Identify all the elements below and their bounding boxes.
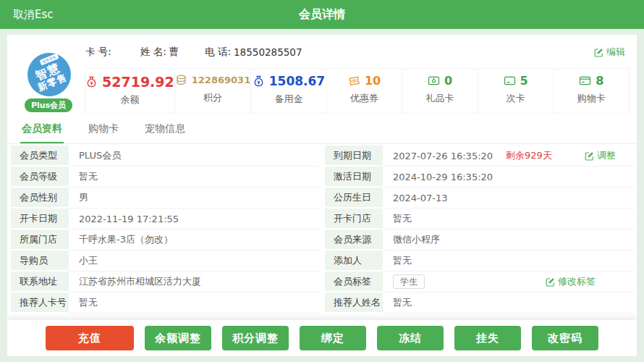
profile-row: 添加人暂无 [325,251,633,272]
balance-adjust-button[interactable]: 余额调整 [145,326,211,350]
stat-label: 礼品卡 [402,92,478,105]
page-title: 会员详情 [0,7,644,22]
profile-value-text: 暂无 [393,296,412,309]
tab-pet-info[interactable]: 宠物信息 [143,119,187,143]
cancel-button[interactable]: 取消Esc [13,8,54,22]
profile-row-value: 暂无 [383,251,633,272]
profile-value-text: 暂无 [79,296,98,309]
profile-row-label: 会员标签 [325,272,383,292]
shopping-card-icon [579,75,591,87]
profile-row: 开卡门店暂无 [325,209,633,230]
profile-row-label: 公历生日 [325,188,383,209]
stat-value-row: 52719.92 [85,74,174,90]
stat-gift-cards: 0礼品卡 [402,68,478,114]
coins-icon [175,74,187,86]
stat-value: 52719.92 [102,74,174,90]
profile-row: 会员类型PLUS会员 [11,146,319,167]
profile-row-value: 微信小程序 [383,230,633,251]
profile-row-label: 开卡门店 [325,209,383,230]
profile-row-label: 添加人 [325,251,383,272]
top-bar: 取消Esc 会员详情 [0,0,644,29]
profile-value-text: 暂无 [79,170,98,183]
points-adjust-button[interactable]: 积分调整 [222,326,289,350]
profile-row-value: 2024-10-29 16:35:20 [383,167,633,188]
edit-tags-link[interactable]: 修改标签 [546,275,596,288]
bind-button[interactable]: 绑定 [300,326,366,350]
profile-row-label: 所属门店 [11,230,69,251]
stat-label: 购物卡 [554,92,629,105]
profile-row: 所属门店千呼水果-3店（勿改） [11,230,319,251]
profile-value-text: 暂无 [393,212,412,225]
profile-row-value: 江苏省苏州市相城区活力大厦 [69,272,319,292]
logo-column: 智慧零售 智慧 新零售 Plus会员 [7,35,85,112]
link-label: 修改标签 [558,275,596,288]
profile-row: 推荐人卡号暂无 [11,292,319,313]
stat-value-row: 1508.67 [253,74,325,88]
profile-row: 公历生日2024-07-13 [325,188,633,209]
card-number-label: 卡 号: [85,46,111,59]
profile-row-label: 会员类型 [11,146,69,167]
action-button-bar: 充值余额调整积分调整绑定冻结挂失改密码 [7,320,637,356]
profile-left-column: 会员类型PLUS会员会员等级暂无会员性别男开卡日期2022-11-19 17:2… [11,146,319,313]
profile-row-value: 千呼水果-3店（勿改） [69,230,319,251]
report-loss-button[interactable]: 挂失 [454,326,521,350]
store-logo: 智慧零售 智慧 新零售 [27,53,71,96]
tab-shopping-card[interactable]: 购物卡 [87,119,120,143]
stat-value: 0 [444,74,452,88]
phone-label: 电 话: [205,46,231,59]
adjust-expiry-link[interactable]: 调整 [585,149,616,162]
change-password-button[interactable]: 改密码 [532,326,598,350]
stat-label: 积分 [175,91,250,104]
profile-value-text: 暂无 [393,254,412,267]
name-group: 姓 名: 曹 [140,46,179,59]
edit-icon [546,277,555,287]
stat-coupons: 10优惠券 [326,68,403,114]
profile-row: 联系地址江苏省苏州市相城区活力大厦 [11,272,319,292]
profile-value-text: 微信小程序 [393,233,440,246]
profile-row-label: 推荐人姓名 [325,292,383,313]
profile-row-value: PLUS会员 [69,146,319,167]
profile-row-value: 2027-07-26 16:35:20剩余929天调整 [383,146,633,167]
profile-row-value: 2022-11-19 17:21:55 [69,209,319,230]
member-main-column: 卡 号: 姓 名: 曹 电 话: 18550285507 编辑 52719.92… [85,35,637,112]
name-value: 曹 [169,46,179,59]
edit-label: 编辑 [606,46,625,59]
profile-row: 会员性别男 [11,188,319,209]
profile-row: 会员来源微信小程序 [325,230,633,251]
profile-row-label: 到期日期 [325,146,383,167]
stat-value: 5 [520,74,528,88]
edit-icon [585,151,594,161]
stat-balance: 52719.92余额 [85,68,175,114]
profile-row-label: 激活日期 [325,167,383,188]
stat-label: 余额 [85,93,174,106]
ticket-icon [348,75,360,87]
profile-row-value: 2024-07-13 [383,188,633,209]
stat-reserve-fund: 1508.67备用金 [250,68,327,114]
profile-value-text: PLUS会员 [79,149,121,162]
recharge-button[interactable]: 充值 [46,326,134,350]
gift-card-icon [428,75,440,87]
member-header: 卡 号: 姓 名: 曹 电 话: 18550285507 编辑 [85,41,637,64]
card-number-group: 卡 号: [85,46,114,59]
stat-shopping-cards: 8购物卡 [553,68,630,114]
member-top-row: 智慧零售 智慧 新零售 Plus会员 卡 号: 姓 名: 曹 电 话: [7,35,637,112]
stat-value-row: 122869031 [175,74,250,86]
member-tag: 学生 [393,274,425,289]
member-stats-row: 52719.92余额122869031积分1508.67备用金10优惠券0礼品卡… [85,68,630,114]
profile-row-label: 联系地址 [11,272,69,292]
phone-value: 18550285507 [234,46,302,58]
profile-row-value: 暂无 [383,292,633,313]
member-detail-card: 智慧零售 智慧 新零售 Plus会员 卡 号: 姓 名: 曹 电 话: [7,35,637,356]
edit-member-button[interactable]: 编辑 [594,46,625,59]
profile-row-label: 导购员 [11,251,69,272]
tab-member-profile[interactable]: 会员资料 [20,119,64,143]
stat-value: 8 [596,74,603,88]
profile-row-value: 暂无 [69,167,319,188]
profile-value-text: 江苏省苏州市相城区活力大厦 [79,275,201,288]
freeze-button[interactable]: 冻结 [377,326,444,350]
profile-row-value: 学生修改标签 [383,272,633,292]
link-label: 调整 [597,149,616,162]
profile-value-text: 千呼水果-3店（勿改） [79,233,173,246]
stat-value-row: 5 [504,74,528,88]
stat-times-cards: 5次卡 [478,68,554,114]
